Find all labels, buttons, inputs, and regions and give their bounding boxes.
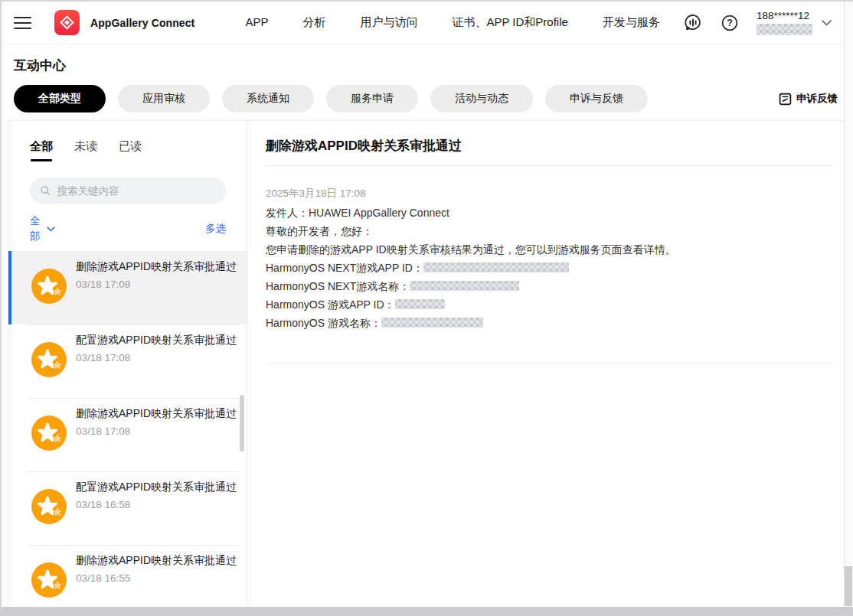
message-time: 03/18 16:58 xyxy=(76,496,237,514)
detail-field: HarmonyOS 游戏名称： xyxy=(266,314,834,332)
list-tool-row: 全部 多选 xyxy=(30,213,226,244)
list-item[interactable]: 配置游戏APPID映射关系审批通过 03/18 17:08 xyxy=(8,324,247,398)
star-badge-icon xyxy=(31,489,67,524)
redacted-value xyxy=(410,281,519,291)
account-name-redacted xyxy=(757,24,812,35)
star-badge-icon xyxy=(31,269,67,304)
message-list: 删除游戏APPID映射关系审批通过 03/18 17:08 配 xyxy=(8,251,247,608)
multi-select-link[interactable]: 多选 xyxy=(205,222,226,236)
filter-pill-service-request[interactable]: 服务申请 xyxy=(326,85,418,112)
message-time: 03/18 16:55 xyxy=(76,569,237,588)
voice-feedback-icon[interactable] xyxy=(683,13,703,33)
star-badge-icon xyxy=(31,562,67,598)
page-title: 互动中心 xyxy=(14,57,841,74)
content-divider xyxy=(266,363,834,363)
list-item[interactable]: 配置游戏APPID映射关系审批通过 03/18 16:58 xyxy=(8,471,247,545)
main-nav: APP 分析 用户与访问 证书、APP ID和Profile 开发与服务 xyxy=(245,15,659,30)
type-filter-pills: 全部类型 应用审核 系统通知 服务申请 活动与动态 申诉与反馈 xyxy=(14,85,648,112)
search-icon xyxy=(40,184,51,197)
account-menu[interactable]: 188******12 xyxy=(757,10,832,35)
type-dropdown-value: 全部 xyxy=(30,213,41,244)
detail-field: HarmonyOS 游戏APP ID： xyxy=(266,295,834,314)
app-window: AppGallery Connect APP 分析 用户与访问 证书、APP I… xyxy=(0,0,853,616)
star-badge-icon xyxy=(31,416,67,451)
redacted-value xyxy=(395,299,445,309)
tab-unread[interactable]: 未读 xyxy=(74,139,97,161)
window-scrollbar[interactable] xyxy=(844,2,853,607)
svg-text:?: ? xyxy=(727,18,733,28)
filter-row: 全部类型 应用审核 系统通知 服务申请 活动与动态 申诉与反馈 申诉反馈 xyxy=(14,85,841,112)
detail-date: 2025年3月18日 17:08 xyxy=(266,186,834,201)
message-time: 03/18 17:08 xyxy=(76,422,237,441)
message-title: 配置游戏APPID映射关系审批通过 xyxy=(76,477,237,496)
field-label: HarmonyOS NEXT游戏APP ID： xyxy=(266,262,423,274)
message-title: 删除游戏APPID映射关系审批通过 xyxy=(76,404,237,422)
nav-item-users-access[interactable]: 用户与访问 xyxy=(360,15,417,30)
filter-pill-appeal[interactable]: 申诉与反馈 xyxy=(545,85,648,112)
filter-pill-system-notice[interactable]: 系统通知 xyxy=(222,85,314,112)
feedback-form-icon xyxy=(779,93,792,106)
appeal-feedback-label: 申诉反馈 xyxy=(796,92,838,106)
detail-field: HarmonyOS NEXT游戏APP ID： xyxy=(266,259,834,277)
message-title: 配置游戏APPID映射关系审批通过 xyxy=(76,331,237,349)
tab-all[interactable]: 全部 xyxy=(30,139,53,161)
filter-pill-app-review[interactable]: 应用审核 xyxy=(118,85,210,112)
detail-title: 删除游戏APPID映射关系审批通过 xyxy=(266,136,834,166)
detail-body: 您申请删除的游戏APP ID映射关系审核结果为通过，您可以到游戏服务页面查看详情… xyxy=(266,240,834,259)
list-item[interactable]: 删除游戏APPID映射关系审批通过 03/18 17:08 xyxy=(8,251,247,324)
list-item[interactable]: 删除游戏APPID映射关系审批通过 03/18 16:55 xyxy=(8,545,247,608)
field-label: HarmonyOS 游戏名称： xyxy=(266,317,381,329)
type-dropdown[interactable]: 全部 xyxy=(30,213,55,244)
detail-sender: 发件人：HUAWEI AppGallery Connect xyxy=(266,204,834,222)
message-time: 03/18 17:08 xyxy=(76,275,237,294)
filter-pill-activities[interactable]: 活动与动态 xyxy=(430,85,533,112)
appeal-feedback-button[interactable]: 申诉反馈 xyxy=(779,92,838,106)
read-status-tabs: 全部 未读 已读 xyxy=(8,121,247,161)
field-label: HarmonyOS 游戏APP ID： xyxy=(266,298,395,311)
detail-greeting: 尊敬的开发者，您好： xyxy=(266,222,834,240)
chevron-down-icon xyxy=(47,227,55,232)
header-right: ? 188******12 xyxy=(683,10,832,35)
chevron-down-icon xyxy=(822,20,832,26)
filter-pill-all[interactable]: 全部类型 xyxy=(14,85,106,112)
search-box[interactable] xyxy=(30,178,226,204)
search-input[interactable] xyxy=(57,185,216,197)
page-header: 互动中心 全部类型 应用审核 系统通知 服务申请 活动与动态 申诉与反馈 申诉反… xyxy=(2,44,853,112)
selected-indicator xyxy=(8,251,11,324)
appgallery-logo-icon xyxy=(54,10,80,35)
nav-item-certificates[interactable]: 证书、APP ID和Profile xyxy=(452,15,567,30)
star-badge-icon xyxy=(31,342,67,377)
tab-read[interactable]: 已读 xyxy=(119,139,142,161)
detail-field: HarmonyOS NEXT游戏名称： xyxy=(266,277,834,295)
redacted-value xyxy=(381,318,483,328)
list-item[interactable]: 删除游戏APPID映射关系审批通过 03/18 17:08 xyxy=(8,398,247,471)
list-scrollbar[interactable] xyxy=(240,395,244,451)
message-title: 删除游戏APPID映射关系审批通过 xyxy=(76,257,237,275)
message-title: 删除游戏APPID映射关系审批通过 xyxy=(76,551,237,569)
message-center-card: 全部 未读 已读 全部 多选 xyxy=(8,120,845,608)
nav-item-analytics[interactable]: 分析 xyxy=(302,15,325,30)
brand[interactable]: AppGallery Connect xyxy=(54,10,194,35)
nav-item-app[interactable]: APP xyxy=(245,15,268,30)
message-detail-pane: 删除游戏APPID映射关系审批通过 2025年3月18日 17:08 发件人：H… xyxy=(247,121,845,608)
help-icon[interactable]: ? xyxy=(720,13,740,33)
account-phone: 188******12 xyxy=(757,10,812,21)
message-list-panel: 全部 未读 已读 全部 多选 xyxy=(8,121,247,608)
hamburger-menu-icon[interactable] xyxy=(14,17,31,29)
redacted-value xyxy=(423,262,569,272)
nav-item-dev-services[interactable]: 开发与服务 xyxy=(603,15,660,30)
top-nav-bar: AppGallery Connect APP 分析 用户与访问 证书、APP I… xyxy=(2,2,853,44)
field-label: HarmonyOS NEXT游戏名称： xyxy=(266,280,410,292)
message-time: 03/18 17:08 xyxy=(76,349,237,367)
brand-name: AppGallery Connect xyxy=(90,17,194,29)
